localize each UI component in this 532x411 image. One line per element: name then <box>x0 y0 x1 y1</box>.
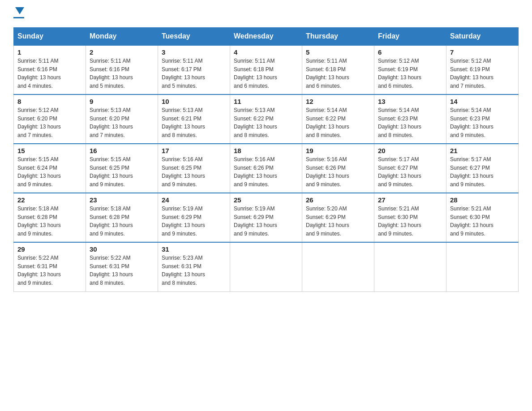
day-number: 8 <box>17 98 82 105</box>
day-info: Sunrise: 5:13 AM Sunset: 6:20 PM Dayligh… <box>90 106 154 139</box>
day-info: Sunrise: 5:12 AM Sunset: 6:20 PM Dayligh… <box>17 106 82 139</box>
calendar-cell: 24Sunrise: 5:19 AM Sunset: 6:29 PM Dayli… <box>158 193 230 242</box>
calendar-cell: 16Sunrise: 5:15 AM Sunset: 6:25 PM Dayli… <box>86 144 158 193</box>
day-number: 16 <box>90 147 154 154</box>
day-number: 19 <box>306 147 370 154</box>
calendar-cell: 15Sunrise: 5:15 AM Sunset: 6:24 PM Dayli… <box>14 144 86 193</box>
day-number: 28 <box>450 196 515 204</box>
day-info: Sunrise: 5:12 AM Sunset: 6:19 PM Dayligh… <box>378 57 442 90</box>
weekday-header-sunday: Sunday <box>14 28 86 46</box>
calendar-cell: 19Sunrise: 5:16 AM Sunset: 6:26 PM Dayli… <box>302 144 374 193</box>
calendar-cell: 4Sunrise: 5:11 AM Sunset: 6:18 PM Daylig… <box>230 45 302 94</box>
day-info: Sunrise: 5:15 AM Sunset: 6:24 PM Dayligh… <box>17 155 82 188</box>
day-number: 31 <box>162 245 226 253</box>
day-number: 7 <box>450 48 515 56</box>
calendar-cell: 27Sunrise: 5:21 AM Sunset: 6:30 PM Dayli… <box>374 193 446 242</box>
weekday-header-wednesday: Wednesday <box>230 28 302 46</box>
calendar-cell: 6Sunrise: 5:12 AM Sunset: 6:19 PM Daylig… <box>374 45 446 94</box>
day-number: 2 <box>90 48 154 56</box>
weekday-header-saturday: Saturday <box>446 28 519 46</box>
calendar-cell: 23Sunrise: 5:18 AM Sunset: 6:28 PM Dayli… <box>86 193 158 242</box>
day-number: 12 <box>306 98 370 105</box>
day-number: 22 <box>17 196 82 204</box>
day-number: 27 <box>378 196 442 204</box>
day-info: Sunrise: 5:23 AM Sunset: 6:31 PM Dayligh… <box>162 254 226 287</box>
day-number: 21 <box>450 147 515 154</box>
calendar-cell <box>446 242 519 291</box>
day-info: Sunrise: 5:19 AM Sunset: 6:29 PM Dayligh… <box>162 205 226 238</box>
calendar-cell: 21Sunrise: 5:17 AM Sunset: 6:27 PM Dayli… <box>446 144 519 193</box>
logo <box>13 9 24 18</box>
day-number: 3 <box>162 48 226 56</box>
page-header <box>13 9 519 18</box>
logo-underline <box>13 17 24 18</box>
calendar-cell: 25Sunrise: 5:19 AM Sunset: 6:29 PM Dayli… <box>230 193 302 242</box>
calendar-cell: 10Sunrise: 5:13 AM Sunset: 6:21 PM Dayli… <box>158 94 230 144</box>
day-info: Sunrise: 5:16 AM Sunset: 6:26 PM Dayligh… <box>234 155 298 188</box>
calendar-cell: 11Sunrise: 5:13 AM Sunset: 6:22 PM Dayli… <box>230 94 302 144</box>
day-info: Sunrise: 5:15 AM Sunset: 6:25 PM Dayligh… <box>90 155 154 188</box>
weekday-header-monday: Monday <box>86 28 158 46</box>
day-number: 24 <box>162 196 226 204</box>
day-number: 6 <box>378 48 442 56</box>
day-info: Sunrise: 5:11 AM Sunset: 6:16 PM Dayligh… <box>90 57 154 90</box>
day-number: 25 <box>234 196 298 204</box>
day-info: Sunrise: 5:14 AM Sunset: 6:22 PM Dayligh… <box>306 106 370 139</box>
day-number: 18 <box>234 147 298 154</box>
day-number: 4 <box>234 48 298 56</box>
day-number: 30 <box>90 245 154 253</box>
calendar-cell: 31Sunrise: 5:23 AM Sunset: 6:31 PM Dayli… <box>158 242 230 291</box>
calendar-week-row: 29Sunrise: 5:22 AM Sunset: 6:31 PM Dayli… <box>14 242 519 291</box>
calendar-cell: 8Sunrise: 5:12 AM Sunset: 6:20 PM Daylig… <box>14 94 86 144</box>
day-info: Sunrise: 5:17 AM Sunset: 6:27 PM Dayligh… <box>450 155 515 188</box>
day-number: 15 <box>17 147 82 154</box>
day-info: Sunrise: 5:14 AM Sunset: 6:23 PM Dayligh… <box>450 106 515 139</box>
calendar-cell: 5Sunrise: 5:11 AM Sunset: 6:18 PM Daylig… <box>302 45 374 94</box>
weekday-header-tuesday: Tuesday <box>158 28 230 46</box>
day-info: Sunrise: 5:14 AM Sunset: 6:23 PM Dayligh… <box>378 106 442 139</box>
day-info: Sunrise: 5:11 AM Sunset: 6:18 PM Dayligh… <box>234 57 298 90</box>
day-info: Sunrise: 5:11 AM Sunset: 6:16 PM Dayligh… <box>17 57 82 90</box>
calendar-cell: 14Sunrise: 5:14 AM Sunset: 6:23 PM Dayli… <box>446 94 519 144</box>
calendar-cell: 3Sunrise: 5:11 AM Sunset: 6:17 PM Daylig… <box>158 45 230 94</box>
calendar-header-row: SundayMondayTuesdayWednesdayThursdayFrid… <box>14 28 519 46</box>
day-info: Sunrise: 5:12 AM Sunset: 6:19 PM Dayligh… <box>450 57 515 90</box>
day-info: Sunrise: 5:21 AM Sunset: 6:30 PM Dayligh… <box>450 205 515 238</box>
calendar-cell <box>374 242 446 291</box>
day-info: Sunrise: 5:11 AM Sunset: 6:17 PM Dayligh… <box>162 57 226 90</box>
calendar-cell: 2Sunrise: 5:11 AM Sunset: 6:16 PM Daylig… <box>86 45 158 94</box>
day-number: 13 <box>378 98 442 105</box>
day-info: Sunrise: 5:19 AM Sunset: 6:29 PM Dayligh… <box>234 205 298 238</box>
day-number: 1 <box>17 48 82 56</box>
day-info: Sunrise: 5:18 AM Sunset: 6:28 PM Dayligh… <box>17 205 82 238</box>
calendar-cell <box>302 242 374 291</box>
day-number: 17 <box>162 147 226 154</box>
calendar-cell: 30Sunrise: 5:22 AM Sunset: 6:31 PM Dayli… <box>86 242 158 291</box>
logo-triangle-icon <box>15 7 24 14</box>
calendar-cell <box>230 242 302 291</box>
day-info: Sunrise: 5:13 AM Sunset: 6:22 PM Dayligh… <box>234 106 298 139</box>
day-number: 14 <box>450 98 515 105</box>
calendar-cell: 12Sunrise: 5:14 AM Sunset: 6:22 PM Dayli… <box>302 94 374 144</box>
calendar-cell: 13Sunrise: 5:14 AM Sunset: 6:23 PM Dayli… <box>374 94 446 144</box>
day-info: Sunrise: 5:22 AM Sunset: 6:31 PM Dayligh… <box>17 254 82 287</box>
day-info: Sunrise: 5:16 AM Sunset: 6:26 PM Dayligh… <box>306 155 370 188</box>
day-info: Sunrise: 5:20 AM Sunset: 6:29 PM Dayligh… <box>306 205 370 238</box>
calendar-cell: 22Sunrise: 5:18 AM Sunset: 6:28 PM Dayli… <box>14 193 86 242</box>
calendar-cell: 18Sunrise: 5:16 AM Sunset: 6:26 PM Dayli… <box>230 144 302 193</box>
day-number: 26 <box>306 196 370 204</box>
calendar-cell: 7Sunrise: 5:12 AM Sunset: 6:19 PM Daylig… <box>446 45 519 94</box>
calendar-cell: 28Sunrise: 5:21 AM Sunset: 6:30 PM Dayli… <box>446 193 519 242</box>
calendar-week-row: 22Sunrise: 5:18 AM Sunset: 6:28 PM Dayli… <box>14 193 519 242</box>
day-info: Sunrise: 5:16 AM Sunset: 6:25 PM Dayligh… <box>162 155 226 188</box>
day-number: 11 <box>234 98 298 105</box>
weekday-header-friday: Friday <box>374 28 446 46</box>
day-info: Sunrise: 5:17 AM Sunset: 6:27 PM Dayligh… <box>378 155 442 188</box>
calendar-week-row: 1Sunrise: 5:11 AM Sunset: 6:16 PM Daylig… <box>14 45 519 94</box>
calendar-week-row: 8Sunrise: 5:12 AM Sunset: 6:20 PM Daylig… <box>14 94 519 144</box>
calendar-cell: 17Sunrise: 5:16 AM Sunset: 6:25 PM Dayli… <box>158 144 230 193</box>
day-number: 23 <box>90 196 154 204</box>
day-info: Sunrise: 5:22 AM Sunset: 6:31 PM Dayligh… <box>90 254 154 287</box>
calendar-week-row: 15Sunrise: 5:15 AM Sunset: 6:24 PM Dayli… <box>14 144 519 193</box>
calendar-cell: 29Sunrise: 5:22 AM Sunset: 6:31 PM Dayli… <box>14 242 86 291</box>
